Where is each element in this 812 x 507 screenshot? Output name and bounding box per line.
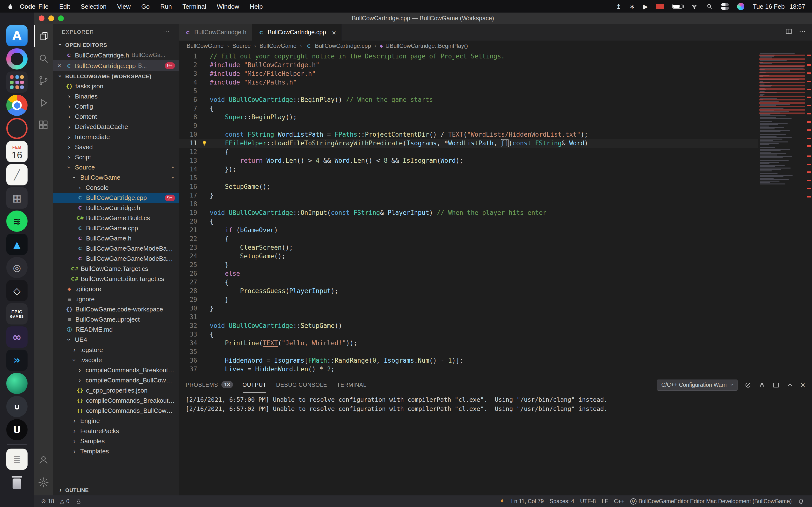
tree-folder-compilecommands-bullcowga-[interactable]: ›compileCommands_BullCowGa... bbox=[53, 375, 179, 385]
close-editor-icon[interactable]: × bbox=[56, 62, 63, 69]
output-channel-dropdown[interactable]: C/C++ Configuration Warn bbox=[657, 379, 738, 390]
maximize-panel-icon[interactable] bbox=[786, 381, 794, 388]
close-tab-icon[interactable]: × bbox=[332, 28, 336, 37]
indentation[interactable]: Spaces: 4 bbox=[547, 498, 576, 505]
wifi-icon[interactable] bbox=[691, 3, 698, 10]
code-line-34[interactable]: 34 PrintLine(TEXT("Jello, Whirled!")); bbox=[179, 339, 758, 348]
minimap[interactable] bbox=[758, 51, 812, 377]
visual-studio-icon[interactable]: ∞ bbox=[6, 326, 28, 348]
tree-folder-ue4[interactable]: ›UE4 bbox=[53, 335, 179, 345]
close-panel-icon[interactable]: × bbox=[800, 381, 805, 389]
open-editor-item[interactable]: ×CBullCowCartridge.cppB...9+ bbox=[53, 60, 179, 71]
code-line-2[interactable]: 2#include "BullCowCartridge.h" bbox=[179, 61, 758, 69]
code-line-17[interactable]: 17} bbox=[179, 191, 758, 200]
control-center-icon[interactable] bbox=[721, 3, 729, 9]
extensions-icon[interactable] bbox=[34, 114, 53, 136]
breadcrumb-item[interactable]: CBullCowCartridge.cpp bbox=[305, 43, 371, 49]
close-window-button[interactable] bbox=[39, 15, 45, 21]
tree-folder-compilecommands-breakoutad-[interactable]: ›compileCommands_BreakoutAd... bbox=[53, 365, 179, 375]
code-line-5[interactable]: 5 bbox=[179, 87, 758, 96]
open-editor-item[interactable]: CBullCowCartridge.hBullCowGa... bbox=[53, 50, 179, 60]
tree-file-bullcowgameeditor-target-cs[interactable]: C#BullCowGameEditor.Target.cs bbox=[53, 274, 179, 284]
trash-icon[interactable] bbox=[6, 472, 28, 493]
tree-file-bullcowgamegamemodebase-[interactable]: CBullCowGameGameModeBase.... bbox=[53, 243, 179, 253]
code-line-18[interactable]: 18 bbox=[179, 200, 758, 209]
launchpad-icon[interactable] bbox=[6, 71, 28, 93]
document-icon[interactable]: ≣ bbox=[6, 449, 28, 470]
spotify-icon[interactable]: ≋ bbox=[6, 211, 28, 232]
tree-file-compilecommands-breakoutad-[interactable]: {}compileCommands_BreakoutAd... bbox=[53, 395, 179, 406]
code-line-13[interactable]: 13 return Word.Len() > 4 && Word.Len() <… bbox=[179, 157, 758, 165]
eol[interactable]: LF bbox=[599, 498, 611, 505]
files-icon[interactable] bbox=[34, 25, 53, 47]
lock-scroll-icon[interactable] bbox=[758, 381, 766, 388]
account-icon[interactable] bbox=[34, 449, 53, 471]
tree-folder--egstore[interactable]: ›.egstore bbox=[53, 345, 179, 355]
window-title-bar[interactable]: BullCowCartridge.cpp — BullCowGame (Work… bbox=[34, 12, 812, 24]
code-line-30[interactable]: 30} bbox=[179, 304, 758, 313]
tree-file-bullcowgame-cpp[interactable]: CBullCowGame.cpp bbox=[53, 223, 179, 233]
code-line-14[interactable]: 14 }); bbox=[179, 165, 758, 174]
split-panel-icon[interactable] bbox=[772, 381, 779, 388]
keyboard-flag-icon[interactable] bbox=[656, 4, 664, 9]
problems-errors[interactable]: ⊘18 bbox=[39, 498, 57, 505]
unreal-icon[interactable]: U bbox=[6, 419, 28, 440]
menu-window[interactable]: Window bbox=[217, 3, 239, 10]
open-editors-header[interactable]: › OPEN EDITORS bbox=[53, 40, 179, 50]
tree-file-readme-md[interactable]: ⓘREADME.md bbox=[53, 325, 179, 335]
lightbulb-icon[interactable] bbox=[200, 139, 210, 148]
build-target[interactable]: UBullCowGameEditor Editor Mac Developmen… bbox=[628, 498, 794, 505]
tree-file--ignore[interactable]: ≡.ignore bbox=[53, 294, 179, 304]
tab-bullcowcartridge-cpp[interactable]: CBullCowCartridge.cpp× bbox=[252, 24, 342, 41]
code-line-19[interactable]: 19void UBullCowCartridge::OnInput(const … bbox=[179, 209, 758, 217]
tree-folder-deriveddatacache[interactable]: ›DerivedDataCache bbox=[53, 122, 179, 132]
epic-games-icon[interactable]: EPICGAMES bbox=[6, 303, 28, 325]
code-line-11[interactable]: 11 FFileHelper::LoadFileToStringArrayWit… bbox=[179, 139, 758, 148]
unity-icon[interactable]: ◇ bbox=[6, 280, 28, 301]
tree-file-bullcowgamegamemodebase-h[interactable]: CBullCowGameGameModeBase.h bbox=[53, 253, 179, 264]
tree-file-bullcowcartridge-cpp[interactable]: CBullCowCartridge.cpp9+ bbox=[53, 193, 179, 203]
vscode-icon[interactable]: » bbox=[6, 350, 28, 371]
code-line-32[interactable]: 32void UBullCowCartridge::SetupGame() bbox=[179, 322, 758, 330]
menu-view[interactable]: View bbox=[117, 3, 131, 10]
code-line-22[interactable]: 22 { bbox=[179, 235, 758, 243]
tree-folder-intermediate[interactable]: ›Intermediate bbox=[53, 132, 179, 142]
code-line-25[interactable]: 25 } bbox=[179, 261, 758, 270]
panel-tab-debug-console[interactable]: DEBUG CONSOLE bbox=[276, 377, 327, 393]
code-line-29[interactable]: 29 } bbox=[179, 295, 758, 304]
code-line-35[interactable]: 35 bbox=[179, 348, 758, 356]
outline-header[interactable]: › OUTLINE bbox=[53, 484, 179, 495]
code-line-1[interactable]: 1// Fill out your copyright notice in th… bbox=[179, 52, 758, 61]
tree-folder-binaries[interactable]: ›Binaries bbox=[53, 91, 179, 101]
code-line-7[interactable]: 7{ bbox=[179, 104, 758, 113]
dark-swirl-app-icon[interactable]: ◎ bbox=[6, 257, 28, 278]
tree-folder-templates[interactable]: ›Templates bbox=[53, 446, 179, 456]
code-line-16[interactable]: 16 SetupGame(); bbox=[179, 182, 758, 191]
tree-file-bullcowgame-code-workspace[interactable]: {}BullCowGame.code-workspace bbox=[53, 304, 179, 314]
gradient-circle-app-icon[interactable] bbox=[6, 48, 28, 69]
tree-file-bullcowcartridge-h[interactable]: CBullCowCartridge.h bbox=[53, 203, 179, 213]
breadcrumb-item[interactable]: Source bbox=[232, 43, 251, 49]
blue-triangle-app-icon[interactable]: ▲ bbox=[6, 234, 28, 255]
notes-icon[interactable]: ╱ bbox=[6, 164, 28, 185]
code-line-3[interactable]: 3#include "Misc/FileHelper.h" bbox=[179, 69, 758, 78]
more-actions-icon[interactable] bbox=[162, 28, 170, 36]
run-debug-icon[interactable] bbox=[34, 92, 53, 114]
code-line-27[interactable]: 27 { bbox=[179, 278, 758, 287]
tree-folder-samples[interactable]: ›Samples bbox=[53, 436, 179, 446]
code-line-12[interactable]: 12 { bbox=[179, 148, 758, 157]
code-scroll-area[interactable]: 1// Fill out your copyright notice in th… bbox=[179, 51, 758, 377]
tree-folder-content[interactable]: ›Content bbox=[53, 112, 179, 122]
app-menu-title[interactable]: Code bbox=[20, 3, 36, 10]
menu-edit[interactable]: Edit bbox=[59, 3, 70, 10]
asterisk-icon[interactable]: ∗ bbox=[629, 3, 635, 10]
spotlight-search-icon[interactable] bbox=[706, 3, 713, 10]
upload-icon[interactable]: ↥ bbox=[616, 3, 621, 10]
encoding[interactable]: UTF-8 bbox=[577, 498, 598, 505]
panel-tab-terminal[interactable]: TERMINAL bbox=[337, 377, 367, 393]
language-mode[interactable]: C++ bbox=[611, 498, 627, 505]
code-editor[interactable]: 1// Fill out your copyright notice in th… bbox=[179, 51, 812, 377]
tree-folder-bullcowgame[interactable]: ›BullCowGame● bbox=[53, 172, 179, 182]
menu-go[interactable]: Go bbox=[141, 3, 150, 10]
code-line-8[interactable]: 8 Super::BeginPlay(); bbox=[179, 113, 758, 122]
